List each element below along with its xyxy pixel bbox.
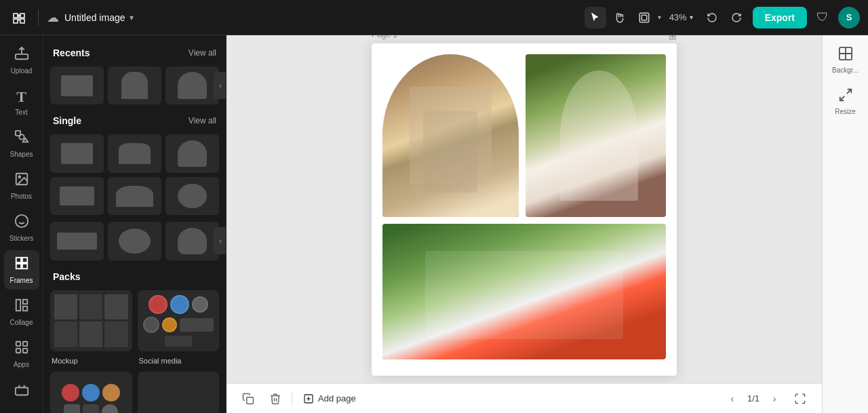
single-header: Single View all: [43, 111, 226, 130]
single-frame-3[interactable]: [165, 134, 219, 172]
sidebar-item-upload[interactable]: Upload: [4, 41, 39, 80]
zoom-chevron-icon: ▾: [690, 14, 693, 21]
sidebar-item-text-label: Text: [15, 109, 27, 116]
resize-panel-item[interactable]: Resize: [827, 82, 865, 121]
single-frame-2[interactable]: [108, 134, 161, 172]
canvas-photos: [382, 54, 666, 359]
recent-frame-2[interactable]: [108, 66, 161, 104]
page-actions: ⊞: [669, 35, 677, 42]
sidebar-item-stickers[interactable]: Stickers: [4, 208, 39, 248]
photo-frame-family[interactable]: [382, 54, 519, 217]
duplicate-page-button[interactable]: [237, 388, 259, 410]
pack-irregular-thumb: [50, 372, 132, 413]
undo-button[interactable]: [701, 7, 723, 28]
stickers-icon: [14, 214, 29, 232]
prev-page-button[interactable]: ‹: [723, 389, 742, 408]
sidebar-item-apps[interactable]: Apps: [4, 334, 39, 374]
text-icon: T: [16, 88, 26, 106]
sidebar-item-photos-label: Photos: [11, 193, 32, 200]
single-frame-1[interactable]: [50, 134, 104, 172]
svg-rect-21: [22, 342, 26, 346]
single-frame-5[interactable]: [108, 177, 161, 215]
document-title: Untitled image: [64, 12, 125, 23]
avatar[interactable]: S: [838, 7, 860, 28]
topbar-tools: ▾ 43% ▾: [585, 7, 747, 28]
photos-icon: [14, 172, 29, 190]
svg-line-33: [840, 96, 844, 100]
frame-tool-button[interactable]: [633, 7, 655, 28]
recents-nav-arrow[interactable]: ›: [214, 72, 226, 99]
single-frame-8[interactable]: [108, 222, 161, 260]
svg-rect-24: [15, 388, 27, 395]
sidebar-item-photos[interactable]: Photos: [4, 166, 39, 205]
zoom-control[interactable]: 43% ▾: [664, 9, 698, 25]
sidebar-item-collage-label: Collage: [10, 319, 33, 326]
title-area[interactable]: Untitled image ▾: [64, 12, 134, 23]
title-chevron-icon: ▾: [130, 13, 134, 22]
frames-icon: [14, 256, 29, 274]
single-frame-7[interactable]: [50, 222, 104, 260]
svg-line-32: [846, 90, 850, 94]
main-layout: Upload T Text Shapes Photos Stickers: [0, 35, 868, 413]
single-title: Single: [53, 115, 81, 126]
redo-button[interactable]: [726, 7, 747, 28]
export-button[interactable]: Export: [753, 7, 807, 28]
sidebar-item-frames-label: Frames: [10, 277, 33, 284]
recent-frame-3[interactable]: [165, 66, 219, 104]
logo[interactable]: [8, 7, 30, 28]
shield-icon[interactable]: 🛡: [816, 10, 829, 24]
next-page-button[interactable]: ›: [765, 389, 784, 408]
page-counter: 1/1: [747, 393, 760, 404]
packs-title: Packs: [53, 271, 80, 282]
single-frame-6[interactable]: [165, 177, 219, 215]
single-frame-9[interactable]: [165, 222, 219, 260]
pack-social-media[interactable]: Social media: [138, 290, 220, 366]
sidebar-item-upload-label: Upload: [11, 67, 33, 75]
pack-mockup[interactable]: Mockup: [50, 290, 132, 366]
svg-rect-2: [639, 13, 649, 22]
svg-rect-22: [16, 349, 20, 353]
sidebar-item-shapes[interactable]: Shapes: [4, 124, 39, 163]
sidebar-item-stickers-label: Stickers: [9, 235, 34, 242]
recent-frame-1[interactable]: [50, 66, 104, 104]
sidebar-item-collage[interactable]: Collage: [4, 292, 39, 332]
packs-header: Packs: [43, 267, 226, 286]
photo-frame-couple[interactable]: [382, 224, 666, 359]
svg-rect-15: [16, 264, 20, 269]
canvas-wrapper[interactable]: Page 1 ⊞: [226, 35, 822, 383]
pack-irregular[interactable]: Irregular shape: [50, 372, 132, 413]
background-label: Backgr...: [832, 66, 859, 74]
frame-chevron-icon[interactable]: ▾: [658, 14, 661, 21]
recents-view-all[interactable]: View all: [189, 48, 216, 58]
add-page-button[interactable]: Add page: [298, 391, 361, 407]
single-view-all[interactable]: View all: [189, 116, 216, 125]
page-options-button[interactable]: ⊞: [669, 35, 677, 41]
topbar-divider: [38, 9, 39, 26]
sidebar-item-frames[interactable]: Frames: [4, 250, 39, 290]
cloud-icon[interactable]: ☁: [47, 10, 59, 25]
svg-rect-4: [15, 54, 27, 59]
page-label: Page 1: [372, 35, 397, 39]
svg-rect-14: [22, 258, 26, 262]
resize-icon: [838, 87, 853, 106]
svg-rect-27: [247, 397, 254, 404]
fullscreen-button[interactable]: [789, 388, 811, 410]
sidebar-item-extra[interactable]: [4, 378, 39, 408]
pack-polaroids[interactable]: Polaroids and photo f...: [138, 372, 220, 413]
delete-page-button[interactable]: [264, 388, 286, 410]
canvas-area: Page 1 ⊞: [226, 35, 822, 413]
single-nav-arrow[interactable]: ›: [214, 227, 226, 254]
background-panel-item[interactable]: Backgr...: [827, 41, 865, 79]
svg-rect-16: [22, 264, 26, 269]
bottom-toolbar: Add page ‹ 1/1 ›: [226, 383, 822, 413]
sidebar-item-text[interactable]: T Text: [4, 83, 39, 121]
photo-frame-woman[interactable]: [526, 54, 666, 217]
zoom-value: 43%: [669, 12, 687, 22]
hand-tool-button[interactable]: [609, 7, 631, 28]
single-frame-4[interactable]: [50, 177, 104, 215]
single-grid-row2: ›: [43, 222, 226, 260]
pack-social-media-thumb: [138, 290, 220, 351]
select-tool-button[interactable]: [585, 7, 606, 28]
right-panel: Backgr... Resize: [822, 35, 868, 413]
svg-rect-20: [16, 342, 20, 346]
